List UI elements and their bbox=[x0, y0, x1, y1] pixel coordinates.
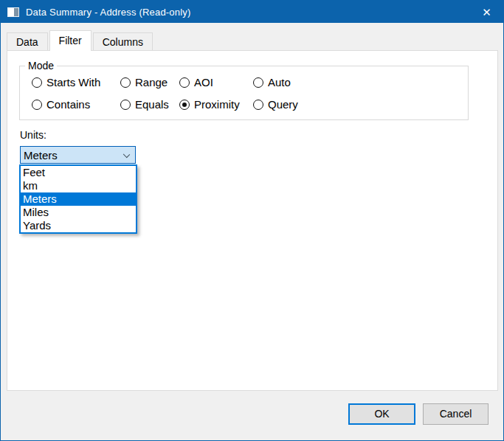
radio-button-circle bbox=[179, 100, 190, 110]
radio-label: Contains bbox=[46, 98, 90, 111]
tab-filter[interactable]: Filter bbox=[49, 30, 92, 51]
radio-label: Range bbox=[135, 76, 168, 88]
radio-proximity[interactable]: Proximity bbox=[179, 98, 253, 111]
tab-data[interactable]: Data bbox=[7, 32, 48, 50]
mode-group-label: Mode bbox=[25, 60, 57, 72]
radio-button-circle bbox=[120, 77, 131, 88]
units-dropdown-list: Feet km Meters Miles Yards bbox=[19, 164, 137, 234]
dropdown-option-yards[interactable]: Yards bbox=[21, 219, 136, 232]
units-combobox[interactable]: Meters bbox=[20, 146, 136, 164]
radio-aoi[interactable]: AOI bbox=[179, 76, 253, 88]
radio-label: AOI bbox=[194, 76, 213, 88]
radio-label: Proximity bbox=[194, 98, 240, 111]
window-title: Data Summary - Address (Read-only) bbox=[26, 7, 191, 18]
radio-range[interactable]: Range bbox=[120, 76, 179, 88]
filter-tab-page: Mode Starts With Range AOI Auto bbox=[7, 50, 498, 391]
radio-starts-with[interactable]: Starts With bbox=[32, 76, 120, 88]
radio-button-circle bbox=[120, 100, 131, 110]
dialog-window: Data Summary - Address (Read-only) ✕ Dat… bbox=[0, 0, 504, 441]
app-icon bbox=[7, 7, 19, 17]
radio-button-circle bbox=[253, 77, 263, 88]
dropdown-option-km[interactable]: km bbox=[21, 179, 136, 192]
mode-radio-row-1: Starts With Range AOI Auto bbox=[20, 76, 468, 88]
ok-button[interactable]: OK bbox=[348, 403, 415, 425]
close-icon: ✕ bbox=[482, 7, 491, 18]
radio-label: Equals bbox=[135, 98, 169, 111]
radio-label: Starts With bbox=[46, 76, 100, 88]
radio-button-circle bbox=[32, 100, 42, 110]
radio-label: Auto bbox=[268, 76, 291, 88]
chevron-down-icon bbox=[123, 151, 130, 158]
tab-strip: Data Filter Columns bbox=[7, 30, 154, 50]
mode-radio-row-2: Contains Equals Proximity Query bbox=[20, 98, 468, 111]
cancel-button[interactable]: Cancel bbox=[423, 403, 489, 425]
dropdown-option-meters[interactable]: Meters bbox=[21, 192, 136, 206]
combobox-value: Meters bbox=[24, 149, 58, 162]
radio-button-circle bbox=[179, 77, 190, 88]
radio-button-circle bbox=[32, 77, 42, 88]
dropdown-option-miles[interactable]: Miles bbox=[21, 206, 136, 219]
tab-columns[interactable]: Columns bbox=[93, 32, 153, 50]
units-label: Units: bbox=[20, 129, 46, 141]
title-bar: Data Summary - Address (Read-only) ✕ bbox=[1, 1, 503, 23]
mode-groupbox: Mode Starts With Range AOI Auto bbox=[19, 66, 469, 120]
radio-query[interactable]: Query bbox=[253, 98, 298, 111]
close-button[interactable]: ✕ bbox=[470, 1, 503, 23]
dropdown-option-feet[interactable]: Feet bbox=[21, 166, 136, 179]
radio-equals[interactable]: Equals bbox=[120, 98, 179, 111]
radio-label: Query bbox=[268, 98, 298, 111]
radio-contains[interactable]: Contains bbox=[32, 98, 120, 111]
radio-auto[interactable]: Auto bbox=[253, 76, 291, 88]
radio-button-circle bbox=[253, 100, 263, 110]
